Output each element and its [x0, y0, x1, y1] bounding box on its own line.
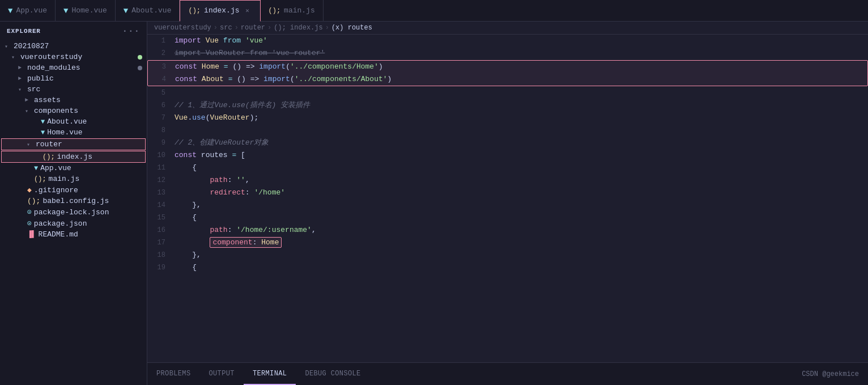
- code-line: 6 // 1、通过Vue.use(插件名) 安装插件: [147, 99, 868, 112]
- sidebar-menu-button[interactable]: ···: [122, 26, 140, 36]
- line-content: // 1、通过Vue.use(插件名) 安装插件: [175, 99, 868, 112]
- line-number: 12: [147, 174, 175, 187]
- sidebar-item-gitignore[interactable]: ◆ .gitignore: [0, 184, 147, 196]
- js-file-icon: ();: [34, 175, 46, 183]
- line-number: 10: [147, 149, 175, 162]
- sidebar-item-package-lock[interactable]: ⊙ package-lock.json: [0, 206, 147, 218]
- tab-index-js[interactable]: (); index.js ✕: [180, 0, 260, 22]
- line-number: 19: [147, 261, 175, 274]
- line-content: {: [175, 162, 868, 174]
- line-content: Vue.use(VueRouter);: [175, 112, 868, 124]
- tab-debug-console[interactable]: DEBUG CONSOLE: [296, 363, 369, 385]
- line-number: 13: [147, 187, 175, 199]
- tab-label: App.vue: [16, 6, 47, 15]
- line-number: 3: [148, 61, 175, 73]
- sidebar-item-package-json[interactable]: ⊙ package.json: [0, 218, 147, 229]
- sidebar-item-date[interactable]: ▾ 20210827: [0, 41, 147, 52]
- code-editor[interactable]: 1 import Vue from 'vue' 2 import VueRout…: [147, 35, 868, 362]
- arrow-icon: ►: [18, 65, 27, 71]
- readme-file-icon: ▐▌: [27, 230, 36, 239]
- editor-area: vuerouterstudy › src › router › (); inde…: [147, 22, 868, 385]
- item-label: App.vue: [40, 164, 71, 172]
- code-line: 11 {: [147, 162, 868, 174]
- item-label: router: [36, 140, 62, 149]
- arrow-icon: ▾: [25, 108, 34, 115]
- sidebar: EXPLORER ··· ▾ 20210827 ▾ vuerouterstudy…: [0, 22, 147, 385]
- line-content: {: [175, 211, 868, 224]
- line-number: 6: [147, 99, 175, 112]
- breadcrumb-part[interactable]: (); index.js: [274, 24, 322, 32]
- line-number: 17: [147, 236, 175, 249]
- tab-label: index.js: [204, 6, 239, 15]
- sidebar-item-assets[interactable]: ► assets: [0, 95, 147, 105]
- item-label: components: [34, 107, 78, 115]
- code-line: 9 // 2、创建VueRouter对象: [147, 137, 868, 149]
- tab-label: About.vue: [131, 6, 171, 15]
- item-label: vuerouterstudy: [20, 53, 82, 61]
- code-line: 19 {: [147, 261, 868, 274]
- main-layout: EXPLORER ··· ▾ 20210827 ▾ vuerouterstudy…: [0, 22, 868, 385]
- explorer-title: EXPLORER: [7, 28, 41, 35]
- line-number: 11: [147, 162, 175, 174]
- sidebar-item-babel-config[interactable]: (); babel.config.js: [0, 196, 147, 206]
- breadcrumb-part[interactable]: src: [220, 24, 232, 32]
- line-content: path: '',: [175, 174, 868, 187]
- status-dot-gray: [138, 66, 142, 70]
- breadcrumb-part[interactable]: router: [241, 24, 265, 32]
- line-number: 16: [147, 224, 175, 236]
- js-file-icon: ();: [42, 153, 55, 161]
- sidebar-item-about-vue[interactable]: ▼ About.vue: [0, 116, 147, 127]
- tab-app-vue[interactable]: ▼ App.vue: [0, 0, 56, 22]
- tab-close-button[interactable]: ✕: [243, 6, 252, 15]
- sidebar-item-src[interactable]: ▾ src: [0, 84, 147, 95]
- vue-file-icon: ▼: [34, 164, 38, 172]
- code-line: 8: [147, 124, 868, 137]
- tab-about-vue[interactable]: ▼ About.vue: [116, 0, 180, 22]
- code-line: 12 path: '',: [147, 174, 868, 187]
- line-content: {: [175, 261, 868, 274]
- git-file-icon: ◆: [27, 185, 32, 194]
- tab-label: Home.vue: [71, 6, 107, 15]
- line-number: 18: [147, 249, 175, 261]
- sidebar-item-readme[interactable]: ▐▌ README.md: [0, 229, 147, 240]
- sidebar-item-index-js[interactable]: (); index.js: [1, 151, 146, 163]
- sidebar-item-router[interactable]: ▾ router: [1, 138, 146, 150]
- tab-terminal[interactable]: TERMINAL: [244, 363, 296, 385]
- js-icon: ();: [188, 7, 201, 15]
- line-content: },: [175, 249, 868, 261]
- code-line: 18 },: [147, 249, 868, 261]
- sidebar-item-home-vue[interactable]: ▼ Home.vue: [0, 127, 147, 138]
- item-label: public: [27, 74, 54, 83]
- item-label: index.js: [57, 153, 92, 161]
- line-number: 2: [147, 47, 175, 60]
- breadcrumb-part[interactable]: vuerouterstudy: [154, 24, 211, 32]
- sidebar-item-vuerouterstudy[interactable]: ▾ vuerouterstudy: [0, 52, 147, 62]
- item-label: 20210827: [14, 42, 49, 50]
- sidebar-item-main-js[interactable]: (); main.js: [0, 174, 147, 184]
- tab-main-js[interactable]: (); main.js: [261, 0, 324, 22]
- arrow-icon: ▾: [18, 86, 27, 93]
- item-label: package.json: [34, 219, 87, 228]
- vue-icon: ▼: [63, 6, 68, 15]
- sidebar-item-public[interactable]: ► public: [0, 73, 147, 84]
- js-icon: ();: [269, 7, 281, 15]
- sidebar-item-node-modules[interactable]: ► node_modules: [0, 62, 147, 73]
- code-line: 5: [147, 87, 868, 99]
- tab-problems[interactable]: PROBLEMS: [147, 363, 200, 385]
- code-line: 16 path: '/home/:username',: [147, 224, 868, 236]
- item-label: .gitignore: [34, 186, 78, 194]
- sidebar-item-components[interactable]: ▾ components: [0, 105, 147, 116]
- breadcrumb-sep: ›: [214, 24, 218, 32]
- code-line: 2 import VueRouter from 'vue-router': [147, 47, 868, 60]
- tab-output[interactable]: OUTPUT: [200, 363, 244, 385]
- tab-home-vue[interactable]: ▼ Home.vue: [56, 0, 116, 22]
- status-dot-green: [138, 55, 142, 60]
- item-label: Home.vue: [47, 128, 82, 137]
- sidebar-item-app-vue[interactable]: ▼ App.vue: [0, 163, 147, 174]
- code-line: 15 {: [147, 211, 868, 224]
- line-content: const About = () => import('../component…: [175, 73, 867, 86]
- code-line: 4 const About = () => import('../compone…: [148, 73, 867, 86]
- attribution: CSDN @geekmice: [802, 370, 868, 378]
- code-line: 3 const Home = () => import('../componen…: [148, 61, 867, 73]
- code-line: 17 component: Home: [147, 236, 868, 249]
